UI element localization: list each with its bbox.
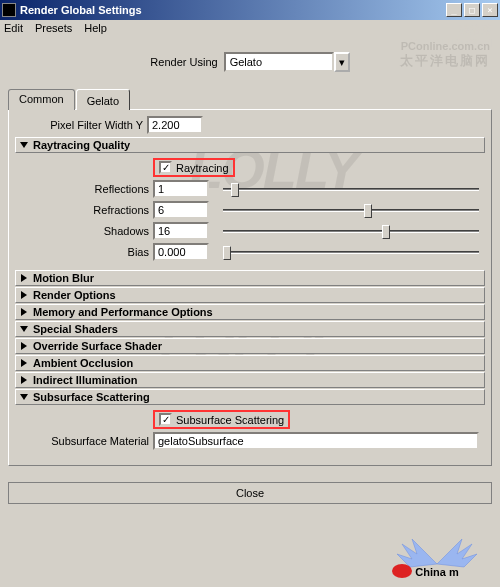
reflections-slider[interactable] — [223, 180, 479, 198]
dropdown-arrow-icon[interactable]: ▾ — [334, 52, 350, 72]
subsurface-highlight: ✓ Subsurface Scattering — [153, 410, 290, 429]
pixel-filter-label: Pixel Filter Width Y — [15, 119, 143, 131]
section-title: Raytracing Quality — [33, 139, 130, 151]
close-button[interactable]: Close — [8, 482, 492, 504]
menu-edit[interactable]: Edit — [4, 22, 23, 34]
reflections-input[interactable]: 1 — [153, 180, 209, 198]
render-using-value: Gelato — [224, 52, 334, 72]
pconline-watermark: PConline.com.cn 太平洋电脑网 — [400, 40, 490, 70]
render-using-dropdown[interactable]: Gelato ▾ — [224, 52, 350, 72]
titlebar: Render Global Settings _ □ × — [0, 0, 500, 20]
reflections-label: Reflections — [21, 183, 149, 195]
maximize-button[interactable]: □ — [464, 3, 480, 17]
settings-panel: LOLLY LOLLY Pixel Filter Width Y 2.200 R… — [8, 109, 492, 466]
subsurface-checkbox[interactable]: ✓ — [159, 413, 172, 426]
tab-gelato[interactable]: Gelato — [76, 89, 130, 110]
shadows-input[interactable]: 16 — [153, 222, 209, 240]
shadows-label: Shadows — [21, 225, 149, 237]
chevron-right-icon — [21, 308, 27, 316]
shadows-slider[interactable] — [223, 222, 479, 240]
bias-slider[interactable] — [223, 243, 479, 261]
chevron-right-icon — [21, 274, 27, 282]
raytracing-checkbox-label: Raytracing — [176, 162, 229, 174]
window-title: Render Global Settings — [20, 4, 444, 16]
section-motion-blur[interactable]: Motion Blur — [15, 270, 485, 286]
section-override-surface[interactable]: Override Surface Shader — [15, 338, 485, 354]
raytracing-highlight: ✓ Raytracing — [153, 158, 235, 177]
minimize-button[interactable]: _ — [446, 3, 462, 17]
raytracing-checkbox[interactable]: ✓ — [159, 161, 172, 174]
chevron-down-icon — [20, 142, 28, 148]
chevron-down-icon — [20, 394, 28, 400]
tab-common[interactable]: Common — [8, 89, 75, 110]
subsurface-material-label: Subsurface Material — [21, 435, 149, 447]
section-subsurface-scattering[interactable]: Subsurface Scattering — [15, 389, 485, 405]
chevron-right-icon — [21, 376, 27, 384]
menu-help[interactable]: Help — [84, 22, 107, 34]
chevron-down-icon — [20, 326, 28, 332]
render-using-label: Render Using — [150, 56, 217, 68]
chevron-right-icon — [21, 359, 27, 367]
refractions-label: Refractions — [21, 204, 149, 216]
subsurface-material-input[interactable]: gelatoSubsurface — [153, 432, 479, 450]
chevron-right-icon — [21, 342, 27, 350]
section-indirect-illumination[interactable]: Indirect Illumination — [15, 372, 485, 388]
app-icon — [2, 3, 16, 17]
raytracing-body: ✓ Raytracing Reflections 1 Refractions 6… — [15, 154, 485, 270]
section-render-options[interactable]: Render Options — [15, 287, 485, 303]
pixel-filter-input[interactable]: 2.200 — [147, 116, 203, 134]
refractions-slider[interactable] — [223, 201, 479, 219]
section-ambient-occlusion[interactable]: Ambient Occlusion — [15, 355, 485, 371]
tab-bar: Common Gelato — [8, 89, 492, 110]
close-window-button[interactable]: × — [482, 3, 498, 17]
section-raytracing-quality[interactable]: Raytracing Quality — [15, 137, 485, 153]
bias-label: Bias — [21, 246, 149, 258]
subsurface-body: ✓ Subsurface Scattering Subsurface Mater… — [15, 406, 485, 459]
refractions-input[interactable]: 6 — [153, 201, 209, 219]
section-special-shaders[interactable]: Special Shaders — [15, 321, 485, 337]
chevron-right-icon — [21, 291, 27, 299]
subsurface-checkbox-label: Subsurface Scattering — [176, 414, 284, 426]
bias-input[interactable]: 0.000 — [153, 243, 209, 261]
section-memory-perf[interactable]: Memory and Performance Options — [15, 304, 485, 320]
menu-presets[interactable]: Presets — [35, 22, 72, 34]
